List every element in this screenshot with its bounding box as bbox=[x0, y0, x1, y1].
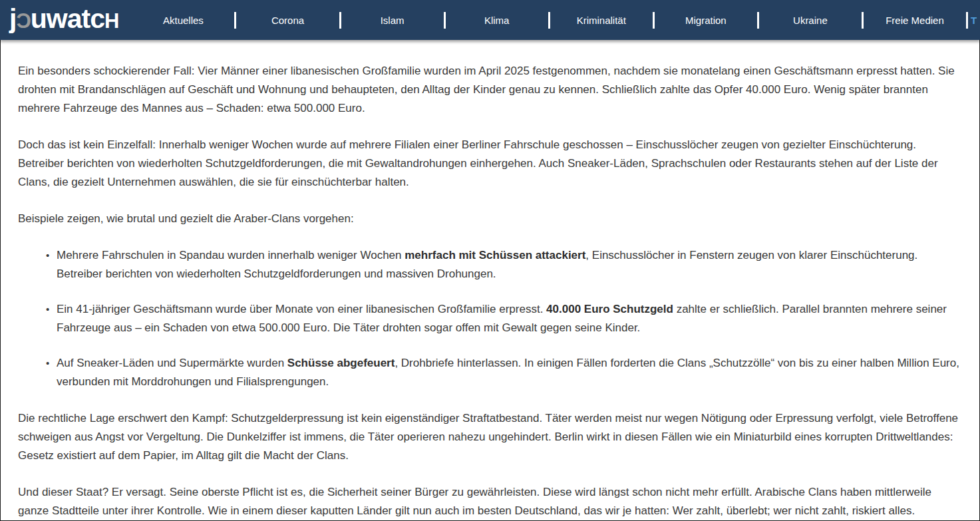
nav-item-ukraine[interactable]: Ukraine bbox=[759, 15, 862, 26]
article-paragraph: Doch das ist kein Einzelfall: Innerhalb … bbox=[18, 136, 962, 192]
bold-text: Schüsse abgefeuert bbox=[287, 357, 395, 369]
logo-open-o-icon: Ɔ bbox=[16, 9, 30, 33]
site-logo[interactable]: jƆuwatcH bbox=[9, 3, 118, 35]
nav-item-corona[interactable]: Corona bbox=[236, 15, 339, 26]
nav-item-klima[interactable]: Klima bbox=[446, 15, 548, 26]
logo-letters-mid: uwatc bbox=[31, 3, 104, 35]
nav-item-freie-medien[interactable]: Freie Medien bbox=[864, 15, 966, 26]
list-item: Ein 41-jähriger Geschäftsmann wurde über… bbox=[46, 300, 962, 337]
nav-item-partial[interactable]: T bbox=[968, 15, 980, 26]
article-paragraph: Und dieser Staat? Er versagt. Seine ober… bbox=[18, 483, 962, 520]
nav-item-migration[interactable]: Migration bbox=[655, 15, 757, 26]
list-item: Mehrere Fahrschulen in Spandau wurden in… bbox=[46, 246, 962, 283]
list-item-text: Mehrere Fahrschulen in Spandau wurden in… bbox=[57, 249, 405, 261]
list-item-text: Ein 41-jähriger Geschäftsmann wurde über… bbox=[57, 303, 546, 315]
bold-text: 40.000 Euro Schutzgeld bbox=[546, 303, 673, 315]
article-paragraph: Beispiele zeigen, wie brutal und gezielt… bbox=[18, 210, 962, 228]
article-paragraph: Die rechtliche Lage erschwert den Kampf:… bbox=[18, 409, 962, 465]
nav-item-kriminalitaet[interactable]: Kriminalität bbox=[550, 15, 653, 26]
example-list: Mehrere Fahrschulen in Spandau wurden in… bbox=[18, 246, 962, 391]
list-item: Auf Sneaker-Läden und Supermärkte wurden… bbox=[46, 354, 962, 391]
logo-letter-h: H bbox=[104, 9, 118, 33]
list-item-text: Auf Sneaker-Läden und Supermärkte wurden bbox=[57, 357, 287, 369]
logo-letter-j: j bbox=[9, 3, 16, 35]
article-content: Ein besonders schockierender Fall: Vier … bbox=[0, 40, 980, 521]
bold-text: mehrfach mit Schüssen attackiert bbox=[405, 249, 585, 261]
article-paragraph: Ein besonders schockierender Fall: Vier … bbox=[18, 62, 962, 118]
nav-item-islam[interactable]: Islam bbox=[341, 15, 444, 26]
top-nav: jƆuwatcH Aktuelles Corona Islam Klima Kr… bbox=[0, 0, 980, 40]
main-menu: Aktuelles Corona Islam Klima Kriminalitä… bbox=[132, 0, 980, 40]
nav-item-aktuelles[interactable]: Aktuelles bbox=[132, 15, 234, 26]
